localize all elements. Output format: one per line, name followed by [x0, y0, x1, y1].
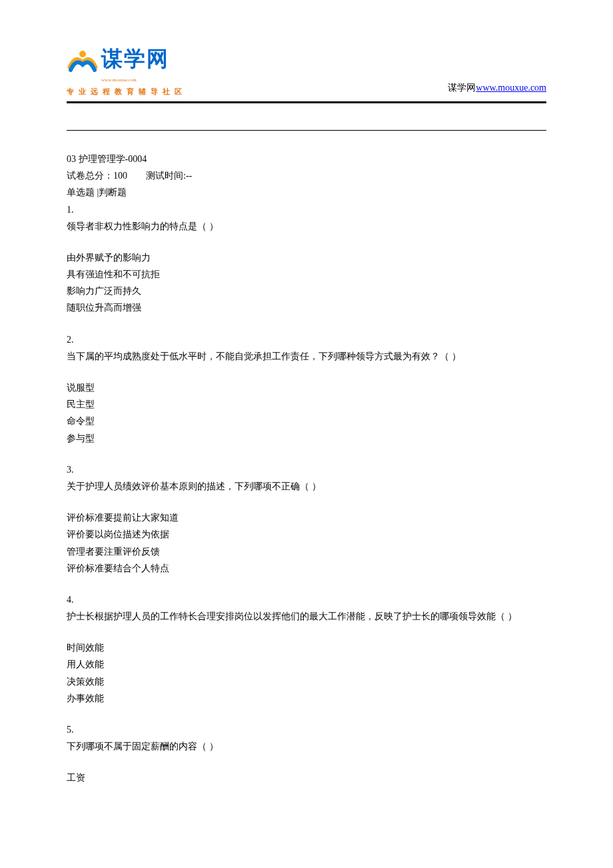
- q-option: 评价标准要结合个人特点: [67, 560, 546, 577]
- logo-url-small: www.mouxue.com: [101, 76, 169, 85]
- header-divider-thin: [67, 130, 546, 131]
- question-1: 1. 领导者非权力性影响力的特点是（ ） 由外界赋予的影响力 具有强迫性和不可抗…: [67, 201, 546, 317]
- q-option: 影响力广泛而持久: [67, 283, 546, 299]
- q-stem: 领导者非权力性影响力的特点是（ ）: [67, 218, 546, 235]
- q-option: 由外界赋予的影响力: [67, 249, 546, 266]
- logo-icon: [67, 49, 99, 75]
- q-number: 2.: [67, 331, 546, 348]
- question-4: 4. 护士长根据护理人员的工作特长合理安排岗位以发挥他们的最大工作潜能，反映了护…: [67, 591, 546, 707]
- q-number: 1.: [67, 201, 546, 218]
- content-area: 03 护理管理学-0004 试卷总分：100 测试时间:-- 单选题 |判断题 …: [67, 151, 546, 787]
- q-option: 用人效能: [67, 656, 546, 673]
- q-number: 3.: [67, 461, 546, 478]
- header-divider-thick: [67, 101, 546, 103]
- exam-title: 03 护理管理学-0004: [67, 151, 546, 167]
- site-link[interactable]: www.mouxue.com: [476, 83, 546, 93]
- q-option: 具有强迫性和不可抗拒: [67, 266, 546, 283]
- q-number: 5.: [67, 721, 546, 738]
- q-option: 说服型: [67, 379, 546, 396]
- q-option: 评价要以岗位描述为依据: [67, 526, 546, 543]
- time-label: 测试时间:--: [146, 171, 192, 181]
- q-option: 随职位升高而增强: [67, 299, 546, 316]
- score-label: 试卷总分：100: [67, 171, 127, 181]
- q-option: 民主型: [67, 396, 546, 413]
- q-number: 4.: [67, 591, 546, 608]
- question-type-tabs: 单选题 |判断题: [67, 184, 546, 201]
- question-3: 3. 关于护理人员绩效评价基本原则的描述，下列哪项不正确（ ） 评价标准要提前让…: [67, 461, 546, 577]
- logo-text-wrap: 谋学网 www.mouxue.com: [101, 40, 169, 84]
- q-option: 参与型: [67, 430, 546, 447]
- q-stem: 下列哪项不属于固定薪酬的内容（ ）: [67, 738, 546, 755]
- page-header: 谋学网 www.mouxue.com 专业远程教育辅导社区 谋学网www.mou…: [67, 40, 546, 99]
- q-stem: 当下属的平均成熟度处于低水平时，不能自觉承担工作责任，下列哪种领导方式最为有效？…: [67, 348, 546, 365]
- q-option: 决策效能: [67, 673, 546, 690]
- q-option: 评价标准要提前让大家知道: [67, 509, 546, 526]
- logo-main: 谋学网 www.mouxue.com: [67, 40, 187, 84]
- q-stem: 护士长根据护理人员的工作特长合理安排岗位以发挥他们的最大工作潜能，反映了护士长的…: [67, 608, 546, 625]
- logo-area: 谋学网 www.mouxue.com 专业远程教育辅导社区: [67, 40, 187, 99]
- site-reference: 谋学网www.mouxue.com: [448, 79, 546, 99]
- q-option: 时间效能: [67, 639, 546, 656]
- question-2: 2. 当下属的平均成熟度处于低水平时，不能自觉承担工作责任，下列哪种领导方式最为…: [67, 331, 546, 447]
- q-option: 办事效能: [67, 690, 546, 707]
- logo-subtitle: 专业远程教育辅导社区: [67, 85, 187, 99]
- q-option: 管理者要注重评价反馈: [67, 543, 546, 560]
- q-option: 命令型: [67, 413, 546, 429]
- logo-text: 谋学网: [101, 47, 169, 71]
- svg-point-0: [79, 51, 86, 57]
- q-stem: 关于护理人员绩效评价基本原则的描述，下列哪项不正确（ ）: [67, 478, 546, 495]
- question-5: 5. 下列哪项不属于固定薪酬的内容（ ） 工资: [67, 721, 546, 787]
- site-label: 谋学网: [448, 83, 476, 93]
- q-option: 工资: [67, 769, 546, 786]
- exam-meta: 试卷总分：100 测试时间:--: [67, 167, 546, 184]
